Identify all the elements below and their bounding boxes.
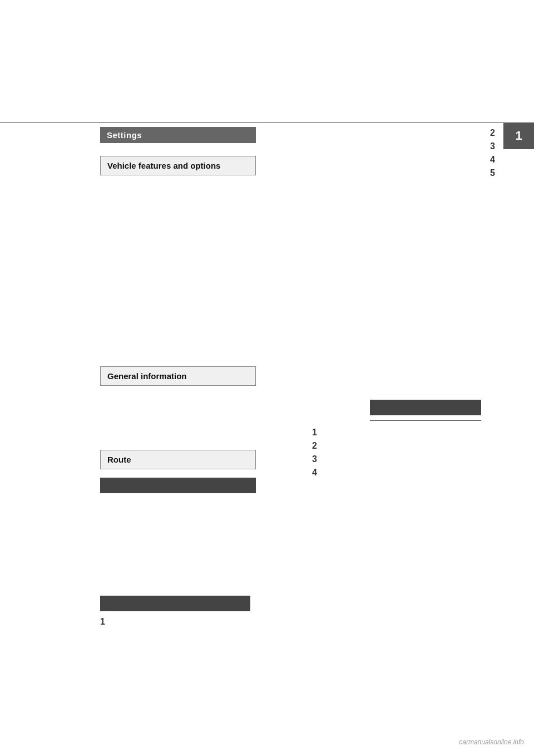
settings-section: Settings <box>100 127 256 143</box>
thin-line-right <box>370 420 481 421</box>
route-box[interactable]: Route <box>100 450 256 469</box>
side-number-5: 5 <box>490 168 495 178</box>
settings-header: Settings <box>100 127 256 143</box>
dark-bar-right-top <box>370 400 481 415</box>
general-info-label: General information <box>107 371 187 381</box>
route-number-4: 4 <box>312 468 317 478</box>
route-number-1: 1 <box>312 428 317 438</box>
top-rule <box>0 122 534 123</box>
watermark: carmanualsonline.info <box>459 738 524 746</box>
general-info-box[interactable]: General information <box>100 366 256 386</box>
vehicle-features-box[interactable]: Vehicle features and options <box>100 156 256 175</box>
route-numbers: 1 2 3 4 <box>312 428 317 478</box>
dark-bar-bottom <box>100 596 250 611</box>
route-number-2: 2 <box>312 441 317 451</box>
dark-bar-route <box>100 478 256 493</box>
settings-label: Settings <box>107 130 142 140</box>
chapter-number: 1 <box>515 129 522 143</box>
vehicle-features-label: Vehicle features and options <box>107 161 220 170</box>
side-number-3: 3 <box>490 141 495 151</box>
page-container: 1 2 3 4 5 Settings Vehicle features and … <box>0 0 534 756</box>
route-number-3: 3 <box>312 454 317 464</box>
side-numbers: 2 3 4 5 <box>490 128 495 178</box>
route-label: Route <box>107 455 131 464</box>
side-number-2: 2 <box>490 128 495 138</box>
bottom-number: 1 <box>100 617 105 627</box>
side-number-4: 4 <box>490 155 495 165</box>
chapter-tab: 1 <box>503 122 534 149</box>
